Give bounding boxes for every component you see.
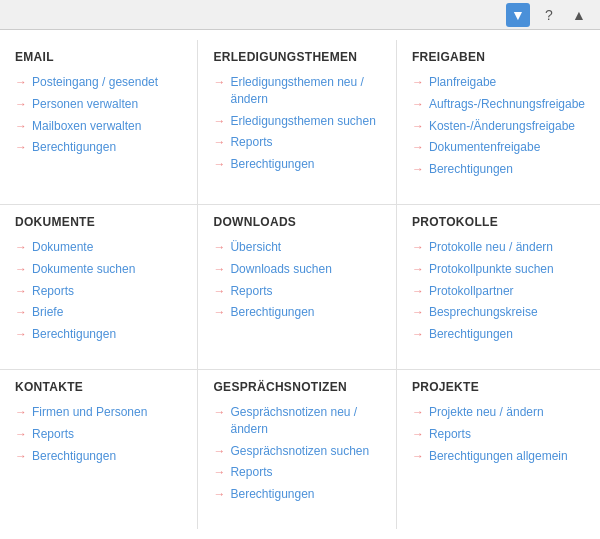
menu-item[interactable]: →Reports — [15, 283, 182, 300]
menu-item[interactable]: →Briefe — [15, 304, 182, 321]
menu-section-erledigungsthemen: ERLEDIGUNGSTHEMEN→Erledigungsthemen neu … — [198, 40, 396, 205]
arrow-icon: → — [213, 75, 225, 89]
section-title-downloads: DOWNLOADS — [213, 215, 380, 229]
menu-item[interactable]: →Berechtigungen — [15, 448, 182, 465]
arrow-icon: → — [412, 240, 424, 254]
menu-item[interactable]: →Posteingang / gesendet — [15, 74, 182, 91]
arrow-icon: → — [213, 487, 225, 501]
menu-item[interactable]: →Protokollpunkte suchen — [412, 261, 585, 278]
arrow-icon: → — [412, 119, 424, 133]
arrow-icon: → — [412, 327, 424, 341]
arrow-icon: → — [213, 305, 225, 319]
arrow-icon: → — [213, 262, 225, 276]
arrow-icon: → — [15, 305, 27, 319]
menu-item-label: Erledigungsthemen suchen — [230, 113, 375, 130]
menu-item[interactable]: →Dokumente — [15, 239, 182, 256]
menu-item[interactable]: →Reports — [213, 464, 380, 481]
section-title-protokolle: PROTOKOLLE — [412, 215, 585, 229]
menu-item-label: Gesprächsnotizen suchen — [230, 443, 369, 460]
section-title-dokumente: DOKUMENTE — [15, 215, 182, 229]
menu-item[interactable]: →Berechtigungen — [15, 139, 182, 156]
menu-item[interactable]: →Besprechungskreise — [412, 304, 585, 321]
app-window: ▼ ? ▲ EMAIL→Posteingang / gesendet→Perso… — [0, 0, 600, 539]
menu-item[interactable]: →Kosten-/Änderungsfreigabe — [412, 118, 585, 135]
menu-item-label: Firmen und Personen — [32, 404, 147, 421]
menu-item[interactable]: →Berechtigungen — [412, 326, 585, 343]
menu-item[interactable]: →Firmen und Personen — [15, 404, 182, 421]
menu-item-label: Berechtigungen — [230, 486, 314, 503]
menu-item-label: Protokolle neu / ändern — [429, 239, 553, 256]
arrow-icon: → — [213, 114, 225, 128]
arrow-icon: → — [412, 97, 424, 111]
menu-item[interactable]: →Planfreigabe — [412, 74, 585, 91]
menu-item[interactable]: →Projekte neu / ändern — [412, 404, 585, 421]
arrow-icon: → — [213, 284, 225, 298]
menu-item[interactable]: →Personen verwalten — [15, 96, 182, 113]
menu-item[interactable]: →Dokumente suchen — [15, 261, 182, 278]
menu-item[interactable]: →Reports — [412, 426, 585, 443]
menu-item[interactable]: →Berechtigungen — [213, 304, 380, 321]
arrow-icon: → — [15, 140, 27, 154]
arrow-icon: → — [412, 140, 424, 154]
menu-item-label: Berechtigungen allgemein — [429, 448, 568, 465]
menu-section-protokolle: PROTOKOLLE→Protokolle neu / ändern→Proto… — [397, 205, 600, 370]
menu-item-label: Reports — [230, 464, 272, 481]
menu-item-label: Berechtigungen — [429, 161, 513, 178]
menu-item-label: Übersicht — [230, 239, 281, 256]
menu-item[interactable]: →Protokolle neu / ändern — [412, 239, 585, 256]
menu-item-label: Briefe — [32, 304, 63, 321]
menu-item-label: Kosten-/Änderungsfreigabe — [429, 118, 575, 135]
collapse-button[interactable]: ▲ — [568, 4, 590, 26]
section-title-kontakte: KONTAKTE — [15, 380, 182, 394]
arrow-icon: → — [15, 427, 27, 441]
menu-item[interactable]: →Erledigungsthemen neu / ändern — [213, 74, 380, 108]
menu-section-freigaben: FREIGABEN→Planfreigabe→Auftrags-/Rechnun… — [397, 40, 600, 205]
arrow-icon: → — [213, 240, 225, 254]
menu-item[interactable]: →Erledigungsthemen suchen — [213, 113, 380, 130]
menu-item-label: Dokumente — [32, 239, 93, 256]
menu-item[interactable]: →Auftrags-/Rechnungsfreigabe — [412, 96, 585, 113]
arrow-icon: → — [412, 284, 424, 298]
menu-item-label: Mailboxen verwalten — [32, 118, 141, 135]
arrow-icon: → — [412, 405, 424, 419]
menu-section-gespraechsnotizen: GESPRÄCHSNOTIZEN→Gesprächsnotizen neu / … — [198, 370, 396, 529]
menu-section-kontakte: KONTAKTE→Firmen und Personen→Reports→Ber… — [0, 370, 198, 529]
menu-item-label: Protokollpartner — [429, 283, 514, 300]
section-title-projekte: PROJEKTE — [412, 380, 585, 394]
menu-item-label: Protokollpunkte suchen — [429, 261, 554, 278]
menu-item-label: Dokumente suchen — [32, 261, 135, 278]
menu-item-label: Reports — [32, 426, 74, 443]
menu-item-label: Berechtigungen — [230, 304, 314, 321]
menu-item-label: Reports — [230, 283, 272, 300]
header-icons: ▼ ? ▲ — [506, 3, 590, 27]
menu-item-label: Berechtigungen — [32, 326, 116, 343]
menu-item[interactable]: →Protokollpartner — [412, 283, 585, 300]
menu-item[interactable]: →Gesprächsnotizen neu / ändern — [213, 404, 380, 438]
menu-item[interactable]: →Downloads suchen — [213, 261, 380, 278]
menu-item[interactable]: →Übersicht — [213, 239, 380, 256]
arrow-icon: → — [15, 240, 27, 254]
menu-item[interactable]: →Berechtigungen — [412, 161, 585, 178]
section-title-freigaben: FREIGABEN — [412, 50, 585, 64]
menu-item-label: Berechtigungen — [32, 139, 116, 156]
arrow-icon: → — [213, 444, 225, 458]
menu-item-label: Dokumentenfreigabe — [429, 139, 540, 156]
menu-item[interactable]: →Berechtigungen — [213, 156, 380, 173]
arrow-icon: → — [213, 135, 225, 149]
menu-item[interactable]: →Reports — [15, 426, 182, 443]
menu-item[interactable]: →Berechtigungen — [213, 486, 380, 503]
chevron-down-button[interactable]: ▼ — [506, 3, 530, 27]
menu-item[interactable]: →Reports — [213, 283, 380, 300]
section-title-email: EMAIL — [15, 50, 182, 64]
menu-section-dokumente: DOKUMENTE→Dokumente→Dokumente suchen→Rep… — [0, 205, 198, 370]
menu-item[interactable]: →Berechtigungen — [15, 326, 182, 343]
menu-item[interactable]: →Reports — [213, 134, 380, 151]
menu-item-label: Reports — [230, 134, 272, 151]
help-button[interactable]: ? — [538, 4, 560, 26]
menu-item-label: Personen verwalten — [32, 96, 138, 113]
menu-item[interactable]: →Gesprächsnotizen suchen — [213, 443, 380, 460]
menu-item[interactable]: →Berechtigungen allgemein — [412, 448, 585, 465]
menu-item[interactable]: →Dokumentenfreigabe — [412, 139, 585, 156]
section-title-erledigungsthemen: ERLEDIGUNGSTHEMEN — [213, 50, 380, 64]
menu-item[interactable]: →Mailboxen verwalten — [15, 118, 182, 135]
